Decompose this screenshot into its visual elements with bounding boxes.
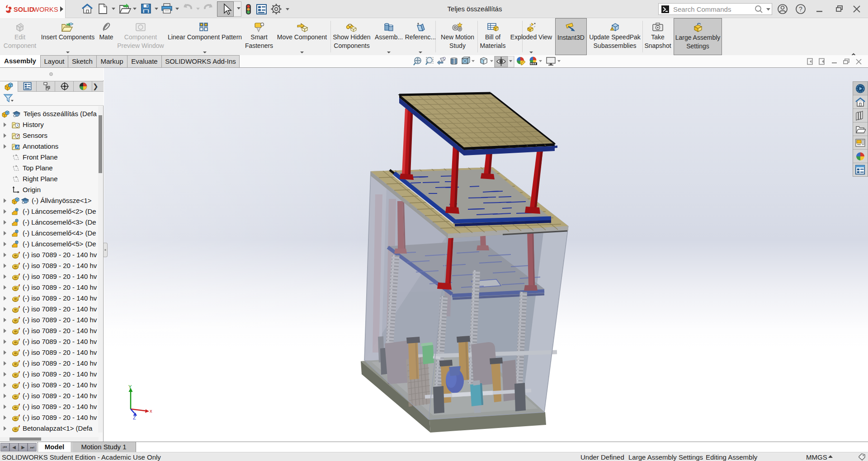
svg-text:x: x [150,408,152,414]
svg-text:WORKS: WORKS [33,6,58,13]
svg-text:SOLID: SOLID [14,6,34,13]
svg-text:!: ! [612,28,613,31]
svg-text:Z: Z [133,415,136,420]
svg-text:Y: Y [128,384,132,390]
svg-text:?: ? [799,5,802,13]
